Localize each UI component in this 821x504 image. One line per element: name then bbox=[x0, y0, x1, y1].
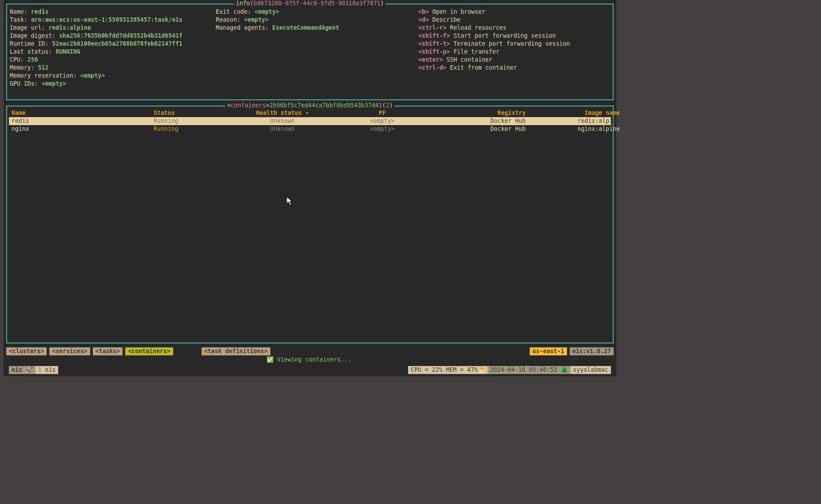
cell-status: Running bbox=[154, 125, 234, 133]
col-image[interactable]: Image name bbox=[531, 109, 620, 117]
info-row: Reason: <empty> bbox=[216, 16, 415, 24]
tab[interactable]: <containers> bbox=[125, 347, 173, 355]
info-row: CPU: 256 bbox=[10, 56, 212, 64]
cell-image: nginx:alpine bbox=[531, 125, 620, 133]
cell-status: Running bbox=[154, 117, 234, 125]
tab[interactable]: <task definitions> bbox=[202, 347, 270, 355]
status-app: e1s 🚀 bbox=[9, 366, 36, 374]
cell-name: redis bbox=[12, 117, 154, 125]
shortcut-row: <enter> SSH container bbox=[418, 56, 610, 64]
help-line: ✅ Viewing containers... bbox=[4, 356, 616, 364]
tab[interactable]: <services> bbox=[49, 347, 90, 355]
info-row: Task: arn:aws:ecs:us-east-1:558931385457… bbox=[10, 16, 212, 24]
containers-header: Name Status Health status ▾ PF Registry … bbox=[9, 109, 611, 117]
info-row: GPU IDs: <empty> bbox=[10, 80, 212, 88]
cell-name: nginx bbox=[12, 125, 154, 133]
region-badge: us-east-1 bbox=[530, 347, 567, 355]
shortcut-row: <shift-p> File transfer bbox=[418, 48, 610, 56]
containers-panel-title: <containers>2b96bf5c7ed44ca7bbf0bd9543b3… bbox=[225, 102, 394, 110]
col-health[interactable]: Health status ▾ bbox=[234, 109, 331, 117]
info-col-left: Name: redisTask: arn:aws:ecs:us-east-1:5… bbox=[10, 8, 212, 88]
shortcut-row: <ctrl-d> Exit from container bbox=[418, 64, 610, 72]
table-row[interactable]: nginxRunningUnknown<empty>Docker Hubngin… bbox=[9, 125, 611, 133]
cell-registry: Docker Hub bbox=[433, 125, 531, 133]
check-icon: ✅ bbox=[266, 356, 274, 363]
info-row: Managed agents: ExecuteCommandAgent bbox=[216, 24, 415, 32]
table-row[interactable]: redisRunningUnknown<empty>Docker Hubredi… bbox=[9, 117, 611, 125]
tab[interactable]: <clusters> bbox=[6, 347, 47, 355]
status-time: 2024-04-16 09:46:52 🌲 bbox=[488, 366, 571, 374]
shortcut-row: <ctrl-r> Reload resources bbox=[418, 24, 610, 32]
info-row: Name: redis bbox=[10, 8, 212, 16]
shortcut-row: <d> Describe bbox=[418, 16, 610, 24]
info-row: Exit code: <empty> bbox=[216, 8, 415, 16]
containers-panel: <containers>2b96bf5c7ed44ca7bbf0bd9543b3… bbox=[6, 106, 614, 343]
col-name[interactable]: Name bbox=[12, 109, 154, 117]
nav-tabs: <clusters><services><tasks><containers><… bbox=[4, 347, 616, 356]
col-pf[interactable]: PF bbox=[331, 109, 433, 117]
info-row: Memory: 512 bbox=[10, 64, 212, 72]
shortcut-row: <shift-f> Start port forwarding session bbox=[418, 32, 610, 40]
cell-pf: <empty> bbox=[331, 117, 433, 125]
col-registry[interactable]: Registry bbox=[433, 109, 531, 117]
shortcut-row: <shift-t> Terminate port forwarding sess… bbox=[418, 40, 610, 48]
tab[interactable]: <tasks> bbox=[93, 347, 123, 355]
info-panel: info(b0673280-075f-44c8-9fd5-90318e3f787… bbox=[6, 4, 614, 100]
info-row: Memory reservation: <empty> bbox=[10, 72, 212, 80]
info-col-middle: Exit code: <empty>Reason: <empty>Managed… bbox=[216, 8, 415, 88]
shortcut-row: <b> Open in browser bbox=[418, 8, 610, 16]
status-bar: e1s 🚀 1 e1s CPU = 22% MEM = 47%🐣 2024-04… bbox=[6, 366, 614, 374]
info-col-shortcuts: <b> Open in browser<d> Describe<ctrl-r> … bbox=[418, 8, 610, 88]
info-row: Runtime ID: 52eac2b0100eecb65a2708b078fe… bbox=[10, 40, 212, 48]
status-sys: CPU = 22% MEM = 47%🐣 bbox=[408, 366, 488, 374]
info-row: Image digest: sha256:7635b0bfdd7dd8552b4… bbox=[10, 32, 212, 40]
info-row: Last status: RUNNING bbox=[10, 48, 212, 56]
col-status[interactable]: Status bbox=[154, 109, 234, 117]
cell-health: Unknown bbox=[234, 117, 331, 125]
cell-registry: Docker Hub bbox=[433, 117, 531, 125]
info-panel-title: info(b0673280-075f-44c8-9fd5-90318e3f787… bbox=[234, 0, 385, 8]
version-badge: e1s:v1.0.27 bbox=[570, 347, 614, 355]
info-row: Image url: redis:alpine bbox=[10, 24, 212, 32]
cell-health: Unknown bbox=[234, 125, 331, 133]
status-context: 1 e1s bbox=[36, 366, 59, 374]
status-host: xyyolabmac bbox=[571, 366, 611, 374]
cell-image: redis:alpine bbox=[531, 117, 620, 125]
cell-pf: <empty> bbox=[331, 125, 433, 133]
